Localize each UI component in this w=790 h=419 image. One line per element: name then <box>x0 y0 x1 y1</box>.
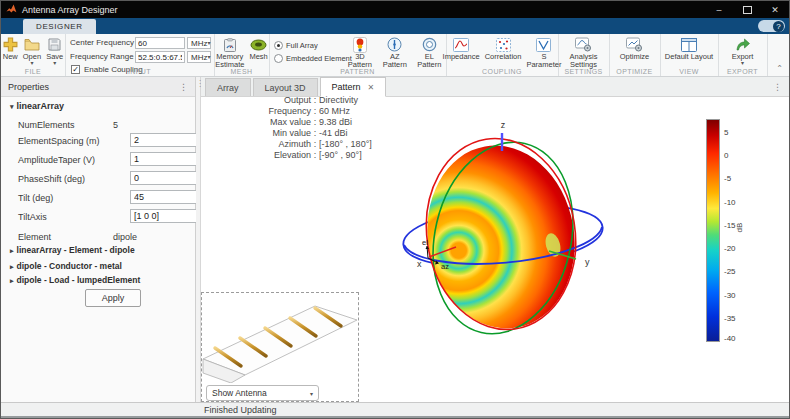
matlab-logo-icon <box>6 3 17 16</box>
element-value: dipole <box>113 232 137 242</box>
full-array-radio[interactable]: Full Array <box>274 39 352 52</box>
x-axis-label: x <box>417 259 422 269</box>
export-button[interactable]: Export ▾ <box>730 35 756 67</box>
help-icon: ? <box>773 21 784 32</box>
az-pattern-button[interactable]: AZ Pattern <box>378 35 412 70</box>
colorbar-tick: -10 <box>724 199 750 207</box>
group-load-lumpedelement[interactable]: ▸dipole - Load - lumpedElement <box>10 275 140 285</box>
radio-selected-icon <box>274 41 283 50</box>
collapse-ribbon-icon[interactable]: ⌃ <box>776 64 783 73</box>
ground-plane <box>203 306 357 375</box>
ribbon-section-coupling: Impedance Correlation S Parameter COUPLI… <box>446 34 559 76</box>
group-lineararray[interactable]: ▾linearArray <box>10 101 64 111</box>
amplitudetaper-field[interactable] <box>130 152 202 166</box>
optimize-button[interactable]: Optimize <box>618 35 652 62</box>
new-button[interactable]: New <box>1 35 20 67</box>
status-bar: Finished Updating <box>1 402 789 418</box>
save-icon <box>48 36 61 53</box>
chevron-expanded-icon: ▾ <box>10 103 14 110</box>
properties-header: Properties ⋮ <box>1 77 195 97</box>
center-frequency-label: Center Frequency <box>70 38 134 47</box>
open-folder-icon <box>24 36 40 53</box>
window-title: Antenna Array Designer <box>22 5 118 15</box>
title-bar: Antenna Array Designer – ✕ <box>1 1 789 18</box>
el-pattern-icon <box>422 36 437 53</box>
show-antenna-dropdown[interactable]: Show Antenna ▾ <box>206 385 319 401</box>
ribbon-section-pattern: Full Array Embedded Element 3D Pattern <box>269 34 447 76</box>
group-element-dipole[interactable]: ▸linearArray - Element - dipole <box>10 245 135 255</box>
chevron-collapsed-icon: ▸ <box>10 277 14 284</box>
export-arrow-icon <box>735 36 751 53</box>
mesh-icon <box>250 36 267 53</box>
apply-button[interactable]: Apply <box>85 289 141 307</box>
frequency-range-input[interactable] <box>135 51 185 63</box>
chevron-down-icon: ▾ <box>310 390 313 397</box>
tab-bar-menu-icon[interactable]: ⋮ <box>773 82 782 92</box>
tab-designer[interactable]: DESIGNER <box>23 19 96 34</box>
ribbon: New Open ▾ Save ▾ FILE <box>1 34 789 77</box>
pattern-view: Output:Directivity Frequency:60 MHz Max … <box>201 97 789 402</box>
tilt-field[interactable] <box>130 190 202 204</box>
chevron-down-icon: ▾ <box>207 55 210 60</box>
impedance-button[interactable]: Impedance <box>441 35 482 70</box>
colorbar-unit-label: dB <box>735 223 744 233</box>
impedance-icon <box>453 36 469 53</box>
analysis-settings-button[interactable]: Analysis Settings <box>568 35 600 70</box>
tiltaxis-field[interactable] <box>130 209 202 223</box>
embedded-element-radio[interactable]: Embedded Element <box>274 52 352 65</box>
save-button[interactable]: Save ▾ <box>44 35 65 67</box>
ribbon-section-optimize: Optimize OPTIMIZE <box>609 34 661 76</box>
default-layout-button[interactable]: Default Layout <box>663 35 715 62</box>
antenna-preview <box>201 293 359 383</box>
colorbar-tick: 0 <box>724 152 750 160</box>
colorbar <box>706 119 720 342</box>
correlation-icon <box>496 36 511 53</box>
directivity-blob <box>413 134 589 341</box>
az-pattern-icon <box>387 36 402 53</box>
frequency-range-unit-dropdown[interactable]: MHz ▾ <box>187 51 211 63</box>
3d-pattern-button[interactable]: 3D Pattern <box>343 35 377 70</box>
mesh-button[interactable]: Mesh <box>247 35 269 70</box>
3d-pattern-icon <box>353 36 367 53</box>
chevron-down-icon: ▾ <box>30 61 33 66</box>
colorbar-tick: -20 <box>724 245 750 253</box>
frequency-range-label: Frequency Range <box>70 52 134 61</box>
open-button[interactable]: Open ▾ <box>21 35 43 67</box>
colorbar-tick: -25 <box>724 268 750 276</box>
minimize-button[interactable]: – <box>705 1 733 18</box>
group-conductor-metal[interactable]: ▸dipole - Conductor - metal <box>10 261 122 271</box>
tab-pattern[interactable]: Pattern ✕ <box>320 77 387 97</box>
property-row: AmplitudeTaper (V) <box>18 152 113 167</box>
radio-unselected-icon <box>274 54 283 63</box>
correlation-button[interactable]: Correlation <box>483 35 524 70</box>
property-row: TiltAxis <box>18 209 113 224</box>
colorbar-tick: -40 <box>724 335 750 343</box>
window-controls: – ✕ <box>705 1 789 18</box>
chevron-down-icon: ▾ <box>207 41 210 46</box>
properties-panel: Properties ⋮ ▾linearArray NumElements 5 … <box>1 77 196 402</box>
status-text: Finished Updating <box>204 405 277 415</box>
restore-button[interactable] <box>733 1 761 18</box>
elementspacing-field[interactable] <box>130 133 202 147</box>
memory-estimate-button[interactable]: Memory Estimate <box>213 35 246 70</box>
optimize-icon <box>626 36 643 53</box>
close-button[interactable]: ✕ <box>761 1 789 18</box>
ribbon-section-view: Default Layout VIEW <box>660 34 719 76</box>
tab-array[interactable]: Array <box>205 78 251 96</box>
help-button[interactable]: ? <box>758 20 785 32</box>
center-frequency-input[interactable] <box>135 37 185 49</box>
phaseshift-field[interactable] <box>130 171 202 185</box>
new-icon <box>3 36 18 53</box>
panel-menu-icon[interactable]: ⋮ <box>179 82 188 92</box>
s-parameter-icon <box>536 36 551 53</box>
center-frequency-unit-dropdown[interactable]: MHz ▾ <box>187 37 211 49</box>
close-icon[interactable]: ✕ <box>368 83 375 92</box>
property-row: PhaseShift (deg) <box>18 171 113 186</box>
az-label: az <box>441 262 449 271</box>
memory-estimate-icon <box>223 36 237 53</box>
tab-layout-3d[interactable]: Layout 3D <box>253 78 318 96</box>
y-axis-label: y <box>585 257 590 267</box>
colorbar-tick: -35 <box>724 315 750 323</box>
ribbon-section-mesh: Memory Estimate Mesh MESH <box>214 34 270 76</box>
default-layout-icon <box>681 36 697 53</box>
